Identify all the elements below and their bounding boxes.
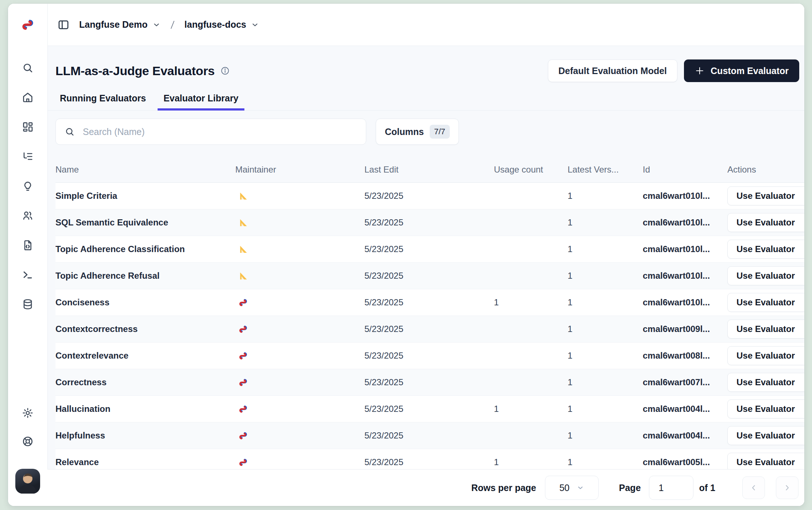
actions-cell: Use Evaluator [727, 266, 804, 285]
rows-per-page-label: Rows per page [471, 483, 536, 493]
default-evaluation-model-button[interactable]: Default Evaluation Model [548, 59, 677, 82]
use-evaluator-button[interactable]: Use Evaluator [727, 453, 804, 469]
evaluator-name: Hallucination [55, 404, 235, 414]
evaluator-name: Contextrelevance [55, 351, 235, 361]
table-row[interactable]: Correctness 5/23/2025 1 cma [55, 369, 804, 396]
table-row[interactable]: Helpfulness 5/23/2025 1 cma [55, 422, 804, 449]
home-icon[interactable] [22, 91, 34, 104]
use-evaluator-button[interactable]: Use Evaluator [727, 240, 804, 259]
table-row[interactable]: Contextcorrectness 5/23/2025 1 [55, 316, 804, 343]
tree-list-icon[interactable] [22, 150, 34, 163]
use-evaluator-button[interactable]: Use Evaluator [727, 266, 804, 285]
info-icon[interactable] [220, 66, 230, 76]
last-edit-date: 5/23/2025 [364, 351, 494, 361]
columns-button[interactable]: Columns 7/7 [376, 119, 459, 145]
maintainer-cell [235, 431, 364, 441]
table-row[interactable]: Simple Criteria 5/23/2025 1 [55, 183, 804, 209]
evaluator-name: Relevance [55, 457, 235, 467]
evaluator-id: cmal6wart004l... [643, 430, 727, 441]
tab-running-evaluators[interactable]: Running Evaluators [55, 93, 152, 110]
latest-version: 1 [568, 351, 643, 361]
maintainer-cell [235, 457, 364, 467]
evaluator-id: cmal6wart010l... [643, 297, 727, 308]
evaluator-name: Topic Adherence Classification [55, 244, 235, 254]
resource-name: langfuse-docs [185, 19, 246, 30]
latest-version: 1 [568, 457, 643, 467]
ragas-maintainer-icon [238, 191, 248, 201]
use-evaluator-button[interactable]: Use Evaluator [727, 293, 804, 312]
rows-per-page-select[interactable]: 50 [545, 476, 599, 500]
users-icon[interactable] [22, 209, 34, 222]
table-row[interactable]: Conciseness 5/23/2025 1 1 cm [55, 289, 804, 316]
col-header-last-edit[interactable]: Last Edit [364, 165, 494, 175]
app-window: Langfuse Demo langfuse-docs LLM-as-a-Jud… [8, 4, 804, 506]
actions-cell: Use Evaluator [727, 426, 804, 445]
topbar: Langfuse Demo langfuse-docs [47, 4, 804, 46]
use-evaluator-button[interactable]: Use Evaluator [727, 426, 804, 445]
maintainer-cell [235, 218, 364, 228]
file-braces-icon[interactable] [22, 239, 34, 251]
col-header-usage-count[interactable]: Usage count [494, 165, 568, 175]
terminal-icon[interactable] [22, 268, 34, 281]
breadcrumb-project[interactable]: Langfuse Demo [79, 19, 161, 30]
gear-icon[interactable] [22, 407, 34, 419]
next-page-button[interactable] [776, 476, 799, 499]
evaluator-id: cmal6wart010l... [643, 271, 727, 281]
maintainer-cell [235, 378, 364, 387]
actions-cell: Use Evaluator [727, 346, 804, 365]
actions-cell: Use Evaluator [727, 186, 804, 205]
langfuse-logo[interactable] [8, 4, 47, 46]
use-evaluator-button[interactable]: Use Evaluator [727, 373, 804, 392]
use-evaluator-button[interactable]: Use Evaluator [727, 399, 804, 418]
last-edit-date: 5/23/2025 [364, 217, 494, 228]
use-evaluator-button[interactable]: Use Evaluator [727, 213, 804, 232]
latest-version: 1 [568, 404, 643, 414]
latest-version: 1 [568, 191, 643, 201]
dashboard-grid-icon[interactable] [22, 121, 34, 133]
evaluator-name: Correctness [55, 377, 235, 387]
search-input[interactable] [82, 126, 357, 138]
page-number-input[interactable] [649, 476, 693, 500]
breadcrumb-resource[interactable]: langfuse-docs [185, 19, 259, 30]
user-avatar[interactable] [15, 469, 40, 494]
chevron-down-icon [577, 484, 584, 491]
col-header-name[interactable]: Name [55, 165, 235, 175]
evaluator-id: cmal6wart010l... [643, 217, 727, 228]
evaluator-id: cmal6wart007l... [643, 377, 727, 387]
use-evaluator-button[interactable]: Use Evaluator [727, 186, 804, 205]
table-row[interactable]: Topic Adherence Refusal 5/23/2025 1 [55, 263, 804, 289]
latest-version: 1 [568, 324, 643, 334]
ragas-maintainer-icon [238, 244, 248, 254]
sidebar-nav [22, 62, 34, 310]
page-label: Page [619, 483, 641, 493]
previous-page-button[interactable] [742, 476, 765, 499]
usage-count: 1 [494, 297, 568, 308]
col-header-maintainer[interactable]: Maintainer [235, 165, 364, 175]
table-row[interactable]: Contextrelevance 5/23/2025 1 [55, 343, 804, 369]
table-row[interactable]: SQL Semantic Equivalence 5/23/2025 [55, 209, 804, 236]
sidebar [8, 4, 48, 506]
custom-evaluator-button[interactable]: Custom Evaluator [684, 59, 799, 82]
langfuse-maintainer-icon [238, 351, 248, 361]
last-edit-date: 5/23/2025 [364, 404, 494, 414]
database-icon[interactable] [22, 298, 34, 310]
langfuse-maintainer-icon [238, 404, 248, 414]
use-evaluator-button[interactable]: Use Evaluator [727, 346, 804, 365]
chevron-right-icon [783, 483, 792, 492]
lifebuoy-icon[interactable] [22, 435, 34, 448]
table-row[interactable]: Topic Adherence Classification 5/23/2025 [55, 236, 804, 263]
col-header-actions: Actions [727, 165, 804, 175]
col-header-id[interactable]: Id [643, 165, 727, 175]
lightbulb-icon[interactable] [22, 180, 34, 192]
table-row[interactable]: Relevance 5/23/2025 1 1 cmal [55, 449, 804, 469]
col-header-latest-version[interactable]: Latest Vers... [568, 165, 643, 175]
tab-evaluator-library[interactable]: Evaluator Library [158, 93, 244, 110]
langfuse-maintainer-icon [238, 457, 248, 467]
chevron-down-icon [251, 21, 259, 29]
evaluator-name: Helpfulness [55, 430, 235, 441]
table-row[interactable]: Hallucination 5/23/2025 1 1 [55, 396, 804, 422]
use-evaluator-button[interactable]: Use Evaluator [727, 320, 804, 339]
last-edit-date: 5/23/2025 [364, 430, 494, 441]
search-icon[interactable] [22, 62, 34, 74]
panel-left-toggle-icon[interactable] [57, 18, 70, 32]
